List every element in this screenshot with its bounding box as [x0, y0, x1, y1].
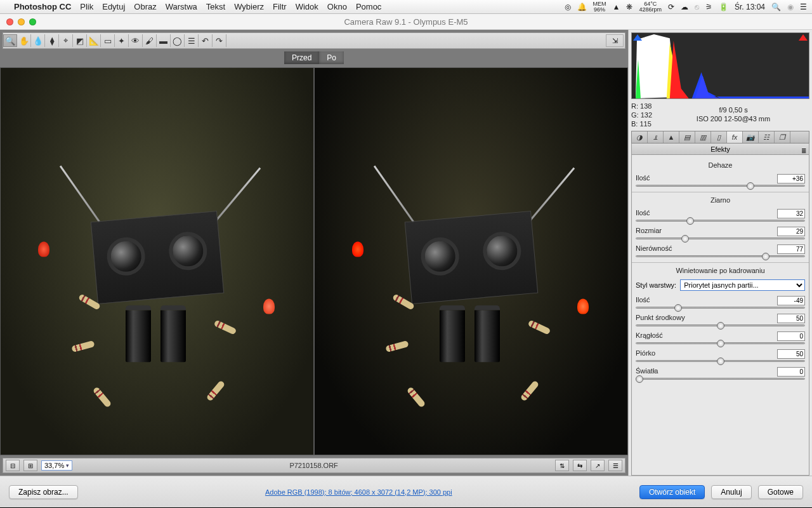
vignette-amount-input[interactable] — [777, 296, 805, 305]
targeted-adjust-tool[interactable]: ⌖ — [59, 34, 73, 47]
cancel-button[interactable]: Anuluj — [711, 485, 751, 499]
zoom-in-button[interactable]: ⊞ — [23, 460, 37, 471]
grain-amount-slider[interactable] — [636, 220, 805, 222]
red-eye-tool[interactable]: 👁 — [129, 34, 143, 47]
close-window-button[interactable] — [6, 18, 13, 25]
workflow-options-link[interactable]: Adobe RGB (1998); 8 bitów; 4608 x 3072 (… — [84, 488, 633, 496]
prefs-tool[interactable]: ☰ — [185, 34, 199, 47]
tab-curve[interactable]: ⫫ — [648, 131, 664, 143]
cc-icon[interactable]: ◎ — [565, 3, 571, 11]
vignette-round-slider[interactable] — [636, 342, 805, 344]
tab-lens[interactable]: ▯ — [711, 131, 727, 143]
preview-after[interactable] — [314, 67, 628, 455]
fan-icon[interactable]: ❋ — [626, 3, 632, 11]
hand-tool[interactable]: ✋ — [17, 34, 31, 47]
wifi-icon[interactable]: ⚞ — [705, 3, 712, 11]
tab-effects[interactable]: fx — [727, 131, 743, 143]
vignette-high-input[interactable] — [777, 367, 805, 377]
vignette-amount-slider[interactable] — [636, 307, 805, 309]
window-title: Camera Raw 9.1 - Olympus E-M5 — [0, 17, 812, 27]
dehaze-amount-slider[interactable] — [636, 185, 805, 187]
bluetooth-icon[interactable]: ⎋ — [695, 3, 699, 11]
cloud-icon[interactable]: ☁ — [681, 3, 688, 11]
effects-panel: Dehaze Ilość Ziarno Ilość Rozmiar Nierów… — [631, 155, 809, 476]
vignette-round-label: Krągłość — [636, 331, 663, 341]
notif-icon[interactable]: 🔔 — [577, 3, 587, 11]
vignette-feather-input[interactable] — [777, 349, 805, 359]
zoom-out-button[interactable]: ⊟ — [6, 460, 20, 471]
rgb-readout: R: 138 G: 132 B: 115 — [631, 102, 652, 128]
tab-camera[interactable]: 📷 — [743, 131, 759, 143]
graduated-filter-tool[interactable]: ▬ — [157, 34, 171, 47]
window-titlebar: Camera Raw 9.1 - Olympus E-M5 — [0, 14, 812, 30]
istats-icon[interactable]: ▲ — [613, 3, 620, 11]
grain-rough-slider[interactable] — [636, 255, 805, 257]
copy-settings-button[interactable]: ↗ — [591, 460, 605, 471]
open-object-button[interactable]: Otwórz obiekt — [639, 485, 705, 499]
zoom-tool[interactable]: 🔍 — [3, 34, 17, 47]
tab-hsl[interactable]: ▤ — [679, 131, 695, 143]
swap-view-button[interactable]: ⇆ — [573, 460, 587, 471]
rotate-right-tool[interactable]: ↷ — [213, 34, 226, 47]
toggle-fullscreen-button[interactable]: ⇲ — [606, 34, 624, 47]
vignette-style-select[interactable]: Priorytet jasnych partii... — [680, 279, 805, 291]
menu-wybierz[interactable]: Wybierz — [234, 2, 264, 11]
done-button[interactable]: Gotowe — [758, 485, 803, 499]
tab-split[interactable]: ▥ — [695, 131, 711, 143]
tab-after[interactable]: Po — [319, 51, 344, 64]
straighten-tool[interactable]: 📐 — [87, 34, 101, 47]
histogram[interactable] — [631, 32, 809, 99]
battery-icon[interactable]: 🔋 — [719, 3, 728, 11]
panel-menu-icon[interactable]: ≣ — [801, 145, 806, 157]
menu-filtr[interactable]: Filtr — [273, 2, 287, 11]
menu-widok[interactable]: Widok — [296, 2, 318, 11]
vignette-round-input[interactable] — [777, 331, 805, 341]
view-options-button[interactable]: ☰ — [608, 460, 622, 471]
transform-tool[interactable]: ▭ — [101, 34, 115, 47]
dehaze-amount-label: Ilość — [636, 174, 650, 184]
grain-size-input[interactable] — [777, 227, 805, 236]
control-center-icon[interactable]: ☰ — [800, 3, 807, 11]
tab-presets[interactable]: ☷ — [759, 131, 775, 143]
spotlight-icon[interactable]: 🔍 — [771, 3, 781, 11]
tab-detail[interactable]: ▲ — [664, 131, 679, 143]
grain-size-slider[interactable] — [636, 237, 805, 239]
rotate-left-tool[interactable]: ↶ — [199, 34, 213, 47]
vignette-mid-slider[interactable] — [636, 324, 805, 326]
compare-mode-button[interactable]: ⇅ — [555, 460, 569, 471]
siri-icon[interactable]: ◉ — [787, 3, 794, 11]
menu-plik[interactable]: Plik — [80, 2, 93, 11]
menu-obraz[interactable]: Obraz — [134, 2, 156, 11]
adjustment-brush-tool[interactable]: 🖌 — [143, 34, 157, 47]
white-balance-tool[interactable]: 💧 — [31, 34, 45, 47]
clock[interactable]: Śr. 13:04 — [735, 3, 765, 11]
menu-pomoc[interactable]: Pomoc — [356, 2, 381, 11]
vignette-mid-input[interactable] — [777, 314, 805, 323]
menu-tekst[interactable]: Tekst — [206, 2, 225, 11]
vignette-high-slider[interactable] — [636, 378, 805, 380]
vignette-feather-slider[interactable] — [636, 360, 805, 362]
menu-warstwa[interactable]: Warstwa — [166, 2, 197, 11]
menu-okno[interactable]: Okno — [327, 2, 347, 11]
highlight-clip-icon[interactable] — [799, 34, 808, 41]
crop-tool[interactable]: ◩ — [73, 34, 87, 47]
color-sampler-tool[interactable]: ⧫ — [45, 34, 59, 47]
tab-snapshots[interactable]: ❐ — [775, 131, 790, 143]
spot-removal-tool[interactable]: ✦ — [115, 34, 129, 47]
minimize-window-button[interactable] — [18, 18, 25, 25]
menu-edytuj[interactable]: Edytuj — [102, 2, 125, 11]
zoom-select[interactable]: 33,7% — [41, 460, 72, 471]
radial-filter-tool[interactable]: ◯ — [171, 34, 185, 47]
dehaze-amount-input[interactable] — [777, 174, 805, 184]
save-image-button[interactable]: Zapisz obraz... — [9, 485, 78, 499]
grain-amount-input[interactable] — [777, 209, 805, 218]
zoom-window-button[interactable] — [29, 18, 36, 25]
app-name[interactable]: Photoshop CC — [14, 2, 71, 11]
tab-before[interactable]: Przed — [284, 51, 319, 64]
tab-basic[interactable]: ◑ — [632, 131, 648, 143]
shadow-clip-icon[interactable] — [633, 34, 642, 41]
preview-before[interactable] — [0, 67, 314, 455]
vignette-mid-label: Punkt środkowy — [636, 314, 685, 323]
grain-rough-input[interactable] — [777, 244, 805, 254]
sync-icon[interactable]: ⟳ — [668, 3, 674, 11]
